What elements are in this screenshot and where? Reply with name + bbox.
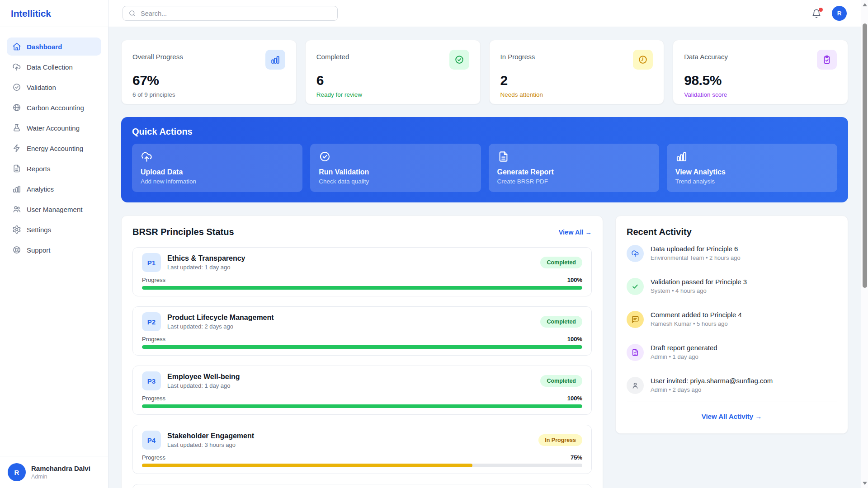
sidebar-item-label: Carbon Accounting: [27, 104, 84, 112]
view-all-link[interactable]: View All →: [559, 229, 592, 236]
life-buoy-icon: [12, 245, 21, 254]
stat-value: 2: [500, 73, 653, 88]
stat-card-completed: Completed 6 Ready for review: [305, 40, 481, 104]
main-content: Overall Progress 67% 6 of 9 principles C…: [108, 27, 861, 488]
principle-title: Stakeholder Engagement: [167, 432, 532, 440]
status-badge: Completed: [540, 375, 582, 387]
generate-report-button[interactable]: Generate Report Create BRSR PDF: [489, 144, 659, 192]
activity-panel: Recent Activity Data uploaded for Princi…: [615, 216, 848, 434]
action-label: Generate Report: [497, 168, 651, 176]
stat-label: Overall Progress: [132, 50, 183, 61]
sidebar-item-analytics[interactable]: Analytics: [7, 180, 101, 198]
stat-card-overall-progress: Overall Progress 67% 6 of 9 principles: [121, 40, 297, 104]
progress-bar: [142, 404, 582, 408]
clipboard-check-icon: [817, 50, 837, 70]
comment-icon: [627, 311, 644, 328]
principle-updated: Last updated: 2 days ago: [167, 323, 534, 330]
activity-text: Draft report generated: [651, 344, 717, 352]
principle-badge: P1: [142, 253, 161, 272]
notifications-button[interactable]: [811, 9, 821, 19]
quick-actions-grid: Upload Data Add new information Run Vali…: [132, 144, 837, 192]
sidebar-item-user-management[interactable]: User Management: [7, 200, 101, 218]
principle-row-p1[interactable]: P1 Ethics & Transparency Last updated: 1…: [132, 247, 592, 296]
check-icon: [627, 278, 644, 295]
view-all-activity-link[interactable]: View All Activity →: [627, 402, 837, 422]
sidebar-user-card[interactable]: R Ramchandra Dalvi Admin: [0, 456, 108, 488]
principle-badge: P2: [142, 312, 161, 331]
sidebar-item-energy-accounting[interactable]: Energy Accounting: [7, 139, 101, 157]
upload-cloud-icon: [141, 150, 294, 163]
sidebar-item-settings[interactable]: Settings: [7, 221, 101, 239]
principle-row-p2[interactable]: P2 Product Lifecycle Management Last upd…: [132, 306, 592, 356]
action-subtext: Create BRSR PDF: [497, 178, 651, 185]
principle-title: Product Lifecycle Management: [167, 314, 534, 322]
user-menu-avatar[interactable]: R: [832, 6, 847, 21]
action-subtext: Check data quality: [319, 178, 472, 185]
run-validation-button[interactable]: Run Validation Check data quality: [310, 144, 481, 192]
sidebar-item-label: Data Collection: [27, 63, 73, 71]
principle-title: Employee Well-being: [167, 373, 534, 381]
progress-bar-fill: [142, 286, 582, 290]
progress-value: 100%: [567, 395, 582, 402]
bottom-section: BRSR Principles Status View All → P1 Eth…: [121, 216, 848, 488]
activity-text: Validation passed for Principle 3: [651, 278, 747, 286]
stat-card-in-progress: In Progress 2 Needs attention: [489, 40, 665, 104]
scrollbar-down-arrow[interactable]: [863, 482, 867, 485]
action-label: Run Validation: [319, 168, 472, 176]
action-subtext: Add new information: [141, 178, 294, 185]
sidebar-item-validation[interactable]: Validation: [7, 78, 101, 96]
principle-row-p3[interactable]: P3 Employee Well-being Last updated: 1 d…: [132, 366, 592, 415]
principle-badge: P3: [142, 371, 161, 390]
principle-updated: Last updated: 3 hours ago: [167, 441, 532, 448]
sidebar-item-support[interactable]: Support: [7, 241, 101, 259]
progress-bar: [142, 345, 582, 349]
home-icon: [12, 42, 21, 51]
stat-subtext: Ready for review: [316, 91, 469, 98]
view-analytics-button[interactable]: View Analytics Trend analysis: [667, 144, 837, 192]
activity-text: Data uploaded for Principle 6: [651, 245, 741, 253]
check-circle-icon: [449, 50, 469, 70]
sidebar-item-water-accounting[interactable]: Water Accounting: [7, 119, 101, 137]
progress-bar-fill: [142, 345, 582, 349]
principle-row-p5[interactable]: P5: [132, 484, 592, 488]
sidebar-item-label: Settings: [27, 226, 51, 234]
upload-data-button[interactable]: Upload Data Add new information: [132, 144, 302, 192]
quick-actions-banner: Quick Actions Upload Data Add new inform…: [121, 117, 848, 202]
activity-item: Data uploaded for Principle 6 Environmen…: [627, 237, 837, 270]
sidebar-item-label: Dashboard: [27, 43, 62, 51]
stat-subtext: 6 of 9 principles: [132, 91, 285, 98]
progress-value: 100%: [567, 277, 582, 283]
status-badge: Completed: [540, 257, 582, 268]
principle-updated: Last updated: 1 day ago: [167, 382, 534, 389]
principle-row-p4[interactable]: P4 Stakeholder Engagement Last updated: …: [132, 425, 592, 474]
sidebar-item-carbon-accounting[interactable]: Carbon Accounting: [7, 99, 101, 117]
stat-subtext: Validation score: [684, 91, 837, 98]
topbar-actions: R: [811, 6, 847, 21]
notification-badge: [819, 8, 823, 12]
scrollbar: [861, 0, 868, 488]
user-name: Ramchandra Dalvi: [31, 465, 90, 472]
progress-bar-fill: [142, 404, 582, 408]
scrollbar-up-arrow[interactable]: [863, 3, 867, 6]
progress-value: 100%: [567, 336, 582, 343]
search-input[interactable]: [141, 10, 332, 17]
check-circle-icon: [12, 83, 21, 92]
stat-card-data-accuracy: Data Accuracy 98.5% Validation score: [673, 40, 848, 104]
topbar: R: [108, 0, 861, 27]
progress-label: Progress: [142, 336, 165, 343]
document-icon: [12, 164, 21, 173]
status-badge: Completed: [540, 316, 582, 328]
sidebar: Intellitick Dashboard Data Collection Va…: [0, 0, 108, 488]
avatar: R: [8, 463, 26, 481]
sidebar-item-data-collection[interactable]: Data Collection: [7, 58, 101, 76]
scrollbar-thumb[interactable]: [863, 23, 867, 288]
document-icon: [497, 150, 651, 163]
activity-title: Recent Activity: [627, 227, 837, 237]
progress-bar: [142, 464, 582, 467]
user-icon: [627, 377, 644, 394]
progress-label: Progress: [142, 395, 165, 402]
sidebar-item-reports[interactable]: Reports: [7, 160, 101, 178]
sidebar-item-dashboard[interactable]: Dashboard: [7, 38, 101, 56]
users-icon: [12, 205, 21, 214]
flask-icon: [12, 123, 21, 132]
